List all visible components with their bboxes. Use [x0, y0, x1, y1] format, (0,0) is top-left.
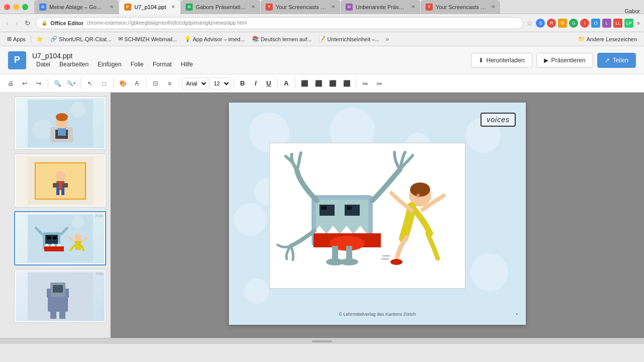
slide-canvas: voices	[229, 103, 526, 325]
tab-gabors-presentation[interactable]: G Gabors Präsentation –... ✕	[181, 0, 260, 14]
bookmark-5[interactable]: 📝 Unterrichtseinheit –...	[315, 35, 382, 43]
ext-icon-9[interactable]: LP	[624, 19, 633, 28]
reload-button[interactable]: ↻	[23, 18, 33, 28]
menu-folie[interactable]: Folie	[126, 60, 147, 69]
align-center-button[interactable]: ⬛	[312, 77, 325, 90]
tab-u7-ppt[interactable]: P U7_p104.ppt ✕	[119, 0, 180, 14]
italic-button[interactable]: I	[250, 77, 262, 89]
tab-your-screencasts-1[interactable]: Y Your Screencasts – Sc... ✕	[261, 0, 340, 14]
back-button[interactable]: ‹	[4, 18, 11, 28]
present-button[interactable]: ▶ Präsentieren	[536, 53, 593, 68]
tab-close-6[interactable]: ✕	[491, 4, 495, 10]
slide-item-2[interactable]: 2 Folie	[4, 154, 106, 207]
svg-point-28	[74, 234, 82, 241]
tab-close-1[interactable]: ✕	[110, 4, 114, 10]
tab-label-3: Gabors Präsentation –...	[196, 4, 246, 10]
bookmark-folder-other[interactable]: 📁 Andere Lesezeichen	[575, 35, 640, 43]
svg-rect-14	[53, 183, 59, 188]
list-unordered-button[interactable]: ≔	[373, 77, 386, 90]
forward-button[interactable]: ›	[14, 18, 20, 28]
canvas-area[interactable]: voices	[111, 93, 644, 338]
tab-meine-ablage[interactable]: G Meine Ablage – Googl... ✕	[34, 0, 119, 14]
slide-item-4[interactable]: 4 Folie	[4, 269, 106, 323]
menu-einfuegen[interactable]: Einfügen	[94, 60, 125, 69]
slide-thumbnail-4[interactable]: Folie	[14, 269, 106, 323]
folder-icon: 📁	[578, 36, 585, 42]
slide-thumbnail-1[interactable]: Folie	[14, 97, 106, 150]
underline-button[interactable]: U	[263, 77, 275, 89]
bookmarks-more-icon[interactable]: »	[383, 35, 391, 44]
address-field[interactable]: 🔒 Office Editor chrome-extension://gbkee…	[36, 17, 523, 29]
svg-rect-40	[50, 312, 56, 319]
ext-icon-5[interactable]: !	[580, 19, 589, 28]
bookmark-apps[interactable]: ⊞ Apps	[4, 35, 29, 43]
ext-icon-4[interactable]: G	[569, 19, 578, 28]
bold-button[interactable]: B	[236, 77, 249, 89]
menu-hilfe[interactable]: Hilfe	[177, 60, 197, 69]
slide-image-4	[16, 271, 105, 321]
tab-close-4[interactable]: ✕	[331, 4, 335, 10]
slide-item-1[interactable]: 1 Folie	[4, 97, 106, 150]
bookmark-icon-3: 💡	[184, 36, 191, 42]
slide-thumbnail-2[interactable]: Folie	[14, 154, 106, 207]
extensions-more[interactable]: »	[636, 20, 640, 27]
zoom-in-button[interactable]: 🔍+	[65, 77, 78, 90]
share-button[interactable]: ↗ Teilen	[597, 53, 636, 68]
slide-image-3	[16, 213, 104, 263]
bookmark-star-icon-bar[interactable]: ⭐	[33, 35, 46, 43]
zoom-out-button[interactable]: 🔍	[51, 77, 64, 90]
list-ordered-button[interactable]: ≔	[359, 77, 372, 90]
bookmark-1[interactable]: 🔗 ShortURL-QR-Citat...	[47, 35, 114, 43]
justify-button[interactable]: ⬛	[340, 77, 353, 90]
cursor-tool[interactable]: ↖	[84, 77, 97, 90]
font-family-select[interactable]: Arial	[182, 77, 208, 89]
bookmark-4[interactable]: 📚 Deutsch lernen auf...	[249, 35, 315, 43]
user-area: Gabor	[624, 8, 640, 14]
present-label: Präsentieren	[551, 57, 586, 64]
app-title-area: U7_p104.ppt Datei Bearbeiten Einfügen Fo…	[32, 52, 197, 69]
ext-icon-1[interactable]: S	[536, 19, 545, 28]
close-window-button[interactable]	[4, 4, 10, 10]
undo-button[interactable]: ↩	[18, 77, 31, 90]
border-button[interactable]: ⊡	[149, 77, 162, 90]
menu-bearbeiten[interactable]: Bearbeiten	[55, 60, 93, 69]
ext-icon-8[interactable]: LL	[613, 19, 622, 28]
fill-color-button[interactable]: 🎨	[116, 77, 129, 90]
shape-tool[interactable]: □	[98, 77, 111, 90]
toolbar-separator-7	[277, 78, 278, 88]
bookmarks-bar: ⊞ Apps ⭐ 🔗 ShortURL-QR-Citat... ✉ SCHMIZ…	[0, 32, 644, 46]
text-color-button[interactable]: A	[130, 77, 143, 90]
share-label: Teilen	[613, 57, 628, 64]
font-size-select[interactable]: 12	[209, 77, 231, 89]
tab-unbenannte[interactable]: U Unbenannte Präsenta... ✕	[341, 0, 420, 14]
redo-button[interactable]: ↪	[32, 77, 45, 90]
bookmark-star-icon[interactable]: ☆	[526, 19, 533, 27]
align-left-button[interactable]: ⬛	[298, 77, 311, 90]
tab-close-5[interactable]: ✕	[411, 4, 415, 10]
download-button[interactable]: ⬇ Herunterladen	[471, 53, 532, 68]
ext-icon-3[interactable]: ⚙	[558, 19, 567, 28]
bookmark-3[interactable]: 💡 App Advisor – imed...	[181, 35, 248, 43]
window-controls[interactable]	[4, 4, 28, 10]
fullscreen-window-button[interactable]	[22, 4, 28, 10]
toolbar-separator-3	[113, 78, 114, 88]
download-icon: ⬇	[478, 57, 484, 64]
ext-icon-2[interactable]: R	[547, 19, 556, 28]
print-button[interactable]: 🖨	[4, 77, 17, 90]
ext-icon-6[interactable]: O	[591, 19, 600, 28]
tab-close-2[interactable]: ✕	[171, 4, 175, 10]
tab-your-screencasts-2[interactable]: Y Your Screencasts – Sc... ✕	[421, 0, 500, 14]
menu-format[interactable]: Format	[148, 60, 176, 69]
ext-icon-7[interactable]: L	[602, 19, 611, 28]
tab-close-3[interactable]: ✕	[251, 4, 255, 10]
menu-datei[interactable]: Datei	[32, 60, 54, 69]
align-button[interactable]: ≡	[163, 77, 176, 90]
slide-svg-3	[28, 215, 93, 262]
align-right-button[interactable]: ⬛	[326, 77, 339, 90]
font-color-button[interactable]: A	[280, 77, 292, 89]
bookmark-2[interactable]: ✉ SCHMIZH Webmail...	[115, 35, 180, 43]
tab-favicon-2: P	[124, 4, 131, 11]
slide-thumbnail-3[interactable]: Folie	[14, 211, 106, 265]
minimize-window-button[interactable]	[13, 4, 19, 10]
slide-item-3[interactable]: 3 Folie	[4, 211, 106, 265]
